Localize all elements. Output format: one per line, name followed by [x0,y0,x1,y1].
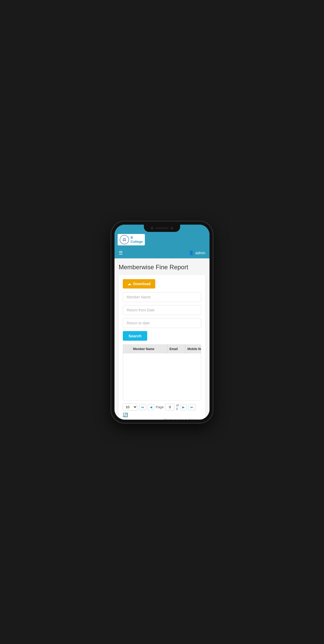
nav-bar: ☰ 👤 admin [114,247,210,258]
hamburger-menu[interactable]: ☰ [119,250,123,256]
refresh-button[interactable]: 🔄 [123,412,128,417]
download-button[interactable]: ☁ Download [123,279,155,289]
table-header-row: Member Name Email Mobile No. [123,345,201,353]
return-from-date-input[interactable] [123,305,201,315]
notch-camera [151,227,153,230]
col-index [123,345,131,353]
phone-notch [144,225,180,232]
main-content: Memberwise Fine Report ☁ Download Search [114,258,210,420]
total-pages: 0 [176,407,179,411]
col-email: Email [167,345,185,353]
svg-text:⚖: ⚖ [123,237,126,242]
member-name-input[interactable] [123,292,201,302]
report-card: ☁ Download Search [119,275,205,420]
download-icon: ☁ [127,282,131,286]
of-label: of [176,404,179,407]
page-title: Memberwise Fine Report [119,264,205,271]
notch-camera-2 [171,227,173,230]
next-page-button[interactable]: ▶ [180,404,187,410]
phone-screen: ⚖ B College ☰ 👤 admin Memberwise Fine Re… [114,225,210,420]
last-page-button[interactable]: ⏭ [188,404,195,410]
logo-icon: ⚖ [120,235,129,244]
logo-text: B College [131,236,143,244]
page-input[interactable] [165,404,174,410]
admin-label: admin [195,251,205,255]
first-page-button[interactable]: ⏮ [139,404,146,410]
download-label: Download [133,282,151,286]
pagination-area: 10 25 50 100 ⏮ ◀ Page of 0 ▶ ⏭ � [123,404,201,418]
phone-frame: ⚖ B College ☰ 👤 admin Memberwise Fine Re… [111,222,213,423]
search-label: Search [129,334,141,338]
display-info: Displaying 0 to 0 of 0 items [123,418,201,419]
user-icon: 👤 [189,250,194,255]
data-table-wrapper[interactable]: Member Name Email Mobile No. [123,344,201,400]
return-to-date-input[interactable] [123,318,201,328]
notch-speaker [156,227,168,229]
search-button[interactable]: Search [123,331,147,341]
of-total: of 0 [176,404,179,411]
logo-area: ⚖ B College [118,234,145,245]
col-member-name: Member Name [131,345,167,353]
col-mobile: Mobile No. [185,345,201,353]
data-table: Member Name Email Mobile No. [123,345,201,400]
page-label: Page [156,405,164,409]
table-body [123,353,201,400]
prev-page-button[interactable]: ◀ [148,404,154,410]
per-page-select[interactable]: 10 25 50 100 [123,404,137,411]
admin-area: 👤 admin [189,250,205,255]
